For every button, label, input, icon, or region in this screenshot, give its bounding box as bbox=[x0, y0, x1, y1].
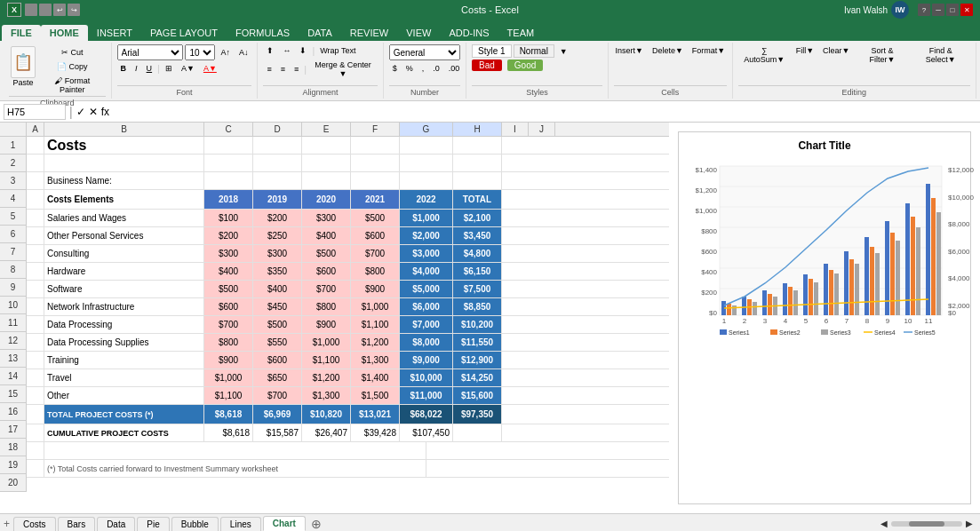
sort-filter-button[interactable]: Sort & Filter▼ bbox=[855, 44, 909, 66]
cell-label-2[interactable]: Consulting bbox=[44, 245, 204, 262]
tab-bubble[interactable]: Bubble bbox=[171, 517, 219, 531]
cell-a-1[interactable] bbox=[27, 227, 44, 244]
tab-bars[interactable]: Bars bbox=[58, 517, 96, 531]
cell-a1[interactable] bbox=[27, 137, 44, 154]
cell-2018-4[interactable]: $500 bbox=[204, 281, 253, 297]
cell-label-10[interactable]: Other bbox=[44, 387, 204, 404]
cell-d4-year[interactable]: 2019 bbox=[253, 190, 302, 209]
font-family-select[interactable]: Arial bbox=[117, 44, 184, 60]
increase-decimal-button[interactable]: .0 bbox=[429, 62, 443, 75]
cell-a-0[interactable] bbox=[27, 210, 44, 226]
cell-e-cum[interactable]: $26,407 bbox=[302, 424, 351, 441]
cell-a-total[interactable] bbox=[27, 405, 44, 424]
cell-a-6[interactable] bbox=[27, 316, 44, 333]
cell-label-9[interactable]: Travel bbox=[44, 369, 204, 386]
formula-input[interactable] bbox=[113, 104, 976, 120]
cell-2021-3[interactable]: $800 bbox=[351, 263, 400, 280]
autosum-button[interactable]: ∑ AutoSum▼ bbox=[738, 44, 791, 66]
cell-c-total[interactable]: $8,618 bbox=[204, 405, 253, 424]
tab-review[interactable]: REVIEW bbox=[341, 25, 397, 41]
cell-2022-2[interactable]: $3,000 bbox=[400, 245, 453, 262]
cell-2021-6[interactable]: $1,100 bbox=[351, 316, 400, 333]
tab-page-layout[interactable]: PAGE LAYOUT bbox=[141, 25, 227, 41]
cell-d2[interactable] bbox=[253, 155, 302, 171]
cell-a-10[interactable] bbox=[27, 387, 44, 404]
cell-2018-8[interactable]: $900 bbox=[204, 352, 253, 369]
format-button[interactable]: Format▼ bbox=[689, 44, 729, 57]
cell-2019-2[interactable]: $300 bbox=[253, 245, 302, 262]
cell-2020-1[interactable]: $400 bbox=[302, 227, 351, 244]
cell-b-cum-label[interactable]: CUMULATIVE PROJECT COSTS bbox=[44, 424, 204, 441]
font-color-button[interactable]: A▼ bbox=[200, 62, 220, 75]
cell-a-cum[interactable] bbox=[27, 424, 44, 441]
cell-2022-9[interactable]: $10,000 bbox=[400, 369, 453, 386]
cell-2022-10[interactable]: $11,000 bbox=[400, 387, 453, 404]
cell-c-cum[interactable]: $8,618 bbox=[204, 424, 253, 441]
align-left-button[interactable]: ≡ bbox=[263, 63, 275, 75]
tab-data[interactable]: DATA bbox=[299, 25, 341, 41]
tab-insert[interactable]: INSERT bbox=[88, 25, 141, 41]
italic-button[interactable]: I bbox=[131, 62, 141, 75]
cell-h2[interactable] bbox=[453, 155, 502, 171]
cell-2018-7[interactable]: $800 bbox=[204, 334, 253, 351]
font-shrink-button[interactable]: A↓ bbox=[235, 46, 252, 59]
cell-2021-0[interactable]: $500 bbox=[351, 210, 400, 226]
cell-b2[interactable] bbox=[44, 155, 204, 171]
cell-d1[interactable] bbox=[253, 137, 302, 154]
cell-2019-1[interactable]: $250 bbox=[253, 227, 302, 244]
tab-formulas[interactable]: FORMULAS bbox=[227, 25, 299, 41]
cell-2020-10[interactable]: $1,300 bbox=[302, 387, 351, 404]
merge-center-button[interactable]: Merge & Center ▼ bbox=[308, 59, 378, 80]
cell-total-6[interactable]: $10,200 bbox=[453, 316, 502, 333]
cell-total-2[interactable]: $4,800 bbox=[453, 245, 502, 262]
wrap-text-button[interactable]: Wrap Text bbox=[316, 44, 359, 57]
cell-label-1[interactable]: Other Personal Services bbox=[44, 227, 204, 244]
cell-a2[interactable] bbox=[27, 155, 44, 171]
cell-2018-6[interactable]: $700 bbox=[204, 316, 253, 333]
add-sheet-icon[interactable]: ⊕ bbox=[311, 517, 322, 531]
cell-total-4[interactable]: $7,500 bbox=[453, 281, 502, 297]
cell-d3[interactable] bbox=[253, 172, 302, 189]
cell-2020-8[interactable]: $1,100 bbox=[302, 352, 351, 369]
cell-2020-7[interactable]: $1,000 bbox=[302, 334, 351, 351]
cell-total-10[interactable]: $15,600 bbox=[453, 387, 502, 404]
cell-2019-3[interactable]: $350 bbox=[253, 263, 302, 280]
cell-b3[interactable]: Business Name: bbox=[44, 172, 204, 189]
cell-c1[interactable] bbox=[204, 137, 253, 154]
scrollbar[interactable] bbox=[891, 521, 962, 527]
cell-2021-8[interactable]: $1,300 bbox=[351, 352, 400, 369]
cell-2018-2[interactable]: $300 bbox=[204, 245, 253, 262]
copy-button[interactable]: 📄 Copy bbox=[39, 60, 106, 73]
underline-button[interactable]: U bbox=[143, 62, 156, 75]
align-middle-button[interactable]: ↔ bbox=[279, 44, 294, 57]
cell-2022-0[interactable]: $1,000 bbox=[400, 210, 453, 226]
cell-a3[interactable] bbox=[27, 172, 44, 189]
comma-button[interactable]: , bbox=[418, 62, 428, 75]
tab-data[interactable]: Data bbox=[97, 517, 135, 531]
cell-f-cum[interactable]: $39,428 bbox=[351, 424, 400, 441]
cell-e2[interactable] bbox=[302, 155, 351, 171]
cell-a-7[interactable] bbox=[27, 334, 44, 351]
cell-c4-year[interactable]: 2018 bbox=[204, 190, 253, 209]
normal-button[interactable]: Normal bbox=[514, 44, 554, 58]
cell-2019-10[interactable]: $700 bbox=[253, 387, 302, 404]
cell-2022-5[interactable]: $6,000 bbox=[400, 298, 453, 315]
cell-2020-2[interactable]: $500 bbox=[302, 245, 351, 262]
cell-2022-6[interactable]: $7,000 bbox=[400, 316, 453, 333]
cell-f-total[interactable]: $13,021 bbox=[351, 405, 400, 424]
cell-g1[interactable] bbox=[400, 137, 453, 154]
font-grow-button[interactable]: A↑ bbox=[217, 46, 234, 59]
cell-total-0[interactable]: $2,100 bbox=[453, 210, 502, 226]
cell-2021-7[interactable]: $1,200 bbox=[351, 334, 400, 351]
formula-cancel[interactable]: ✕ bbox=[89, 106, 98, 118]
cell-a4[interactable] bbox=[27, 190, 44, 209]
cell-h3[interactable] bbox=[453, 172, 502, 189]
cell-2018-0[interactable]: $100 bbox=[204, 210, 253, 226]
style1-button[interactable]: Style 1 bbox=[472, 44, 512, 58]
cell-2020-0[interactable]: $300 bbox=[302, 210, 351, 226]
cell-a-5[interactable] bbox=[27, 298, 44, 315]
border-button[interactable]: ⊞ bbox=[162, 62, 176, 75]
cell-f4-year[interactable]: 2021 bbox=[351, 190, 400, 209]
cell-2021-5[interactable]: $1,000 bbox=[351, 298, 400, 315]
cell-2022-7[interactable]: $8,000 bbox=[400, 334, 453, 351]
